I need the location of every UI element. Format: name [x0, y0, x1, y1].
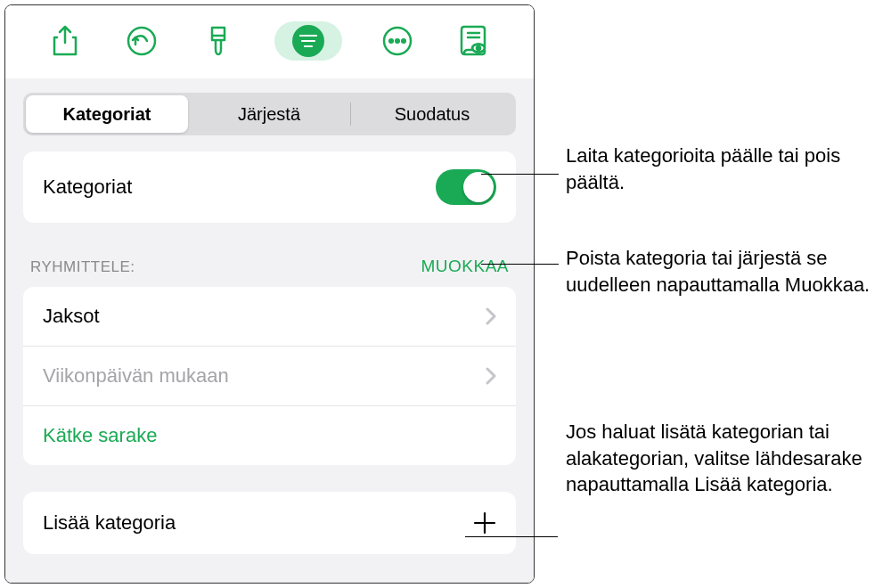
categories-toggle-card: Kategoriat: [23, 151, 516, 223]
share-icon[interactable]: [44, 20, 86, 62]
svg-point-7: [477, 46, 480, 50]
callout-line: [465, 536, 558, 537]
group-by-header: RYHMITTELE: MUOKKAA: [5, 223, 534, 287]
group-row-weekday[interactable]: Viikonpäivän mukaan: [23, 347, 516, 406]
add-category-button[interactable]: Lisää kategoria: [23, 492, 516, 554]
chevron-right-icon: [486, 307, 496, 325]
tab-categories[interactable]: Kategoriat: [26, 95, 188, 133]
read-icon[interactable]: [453, 20, 495, 62]
sort-active-icon[interactable]: [274, 21, 342, 61]
toolbar: [5, 5, 534, 78]
plus-icon: [473, 511, 496, 535]
tab-label: Järjestä: [238, 104, 300, 125]
tab-label: Suodatus: [395, 104, 470, 125]
callout-line: [481, 264, 559, 265]
annotation-add: Jos haluat lisätä kategorian tai alakate…: [566, 419, 889, 498]
hide-column-button[interactable]: Kätke sarake: [23, 406, 516, 465]
annotation-toggle: Laita kategorioita päälle tai pois päält…: [566, 143, 889, 195]
undo-icon[interactable]: [120, 20, 163, 62]
group-by-list: Jaksot Viikonpäivän mukaan Kätke sarake: [23, 287, 516, 465]
group-by-label: RYHMITTELE:: [30, 258, 135, 276]
tab-sort[interactable]: Järjestä: [188, 95, 350, 133]
add-label: Lisää kategoria: [43, 511, 176, 535]
add-category-card: Lisää kategoria: [23, 492, 516, 554]
settings-panel: Kategoriat Järjestä Suodatus Kategoriat: [4, 4, 535, 584]
more-icon[interactable]: [376, 20, 419, 62]
chevron-right-icon: [486, 367, 496, 385]
annotation-edit: Poista kategoria tai järjestä se uudelle…: [566, 245, 889, 298]
edit-button[interactable]: MUOKKAA: [421, 257, 509, 276]
annotations: Laita kategorioita päälle tai pois päält…: [539, 0, 891, 588]
row-label: Jaksot: [43, 305, 100, 328]
toggle-knob: [463, 172, 494, 202]
svg-point-4: [402, 39, 405, 43]
callout-line: [481, 174, 559, 175]
tab-filter[interactable]: Suodatus: [351, 95, 513, 133]
tab-label: Kategoriat: [63, 104, 151, 125]
segmented-control: Kategoriat Järjestä Suodatus: [23, 93, 516, 135]
group-row-jaksot[interactable]: Jaksot: [23, 287, 516, 347]
svg-point-3: [396, 39, 399, 43]
hide-label: Kätke sarake: [43, 424, 157, 447]
row-label: Viikonpäivän mukaan: [43, 364, 229, 388]
svg-point-2: [389, 39, 393, 43]
brush-icon[interactable]: [197, 20, 240, 62]
categories-toggle[interactable]: [436, 169, 496, 205]
categories-label: Kategoriat: [43, 176, 132, 199]
